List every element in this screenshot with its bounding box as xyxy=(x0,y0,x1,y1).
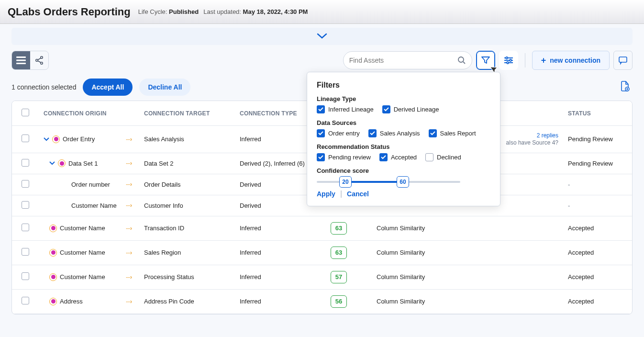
checkbox-icon xyxy=(317,153,325,161)
arrow-icon: ····› xyxy=(126,181,132,188)
slider-thumb-low[interactable]: 20 xyxy=(339,176,352,188)
origin-label: Customer Name xyxy=(71,202,117,209)
column-header-origin[interactable]: CONNECTION ORIGIN xyxy=(39,101,139,126)
status-label: Pending Review xyxy=(568,160,613,167)
comments-button[interactable] xyxy=(613,51,633,70)
rec-status-option[interactable]: Accepted xyxy=(379,153,417,161)
search-input-wrap[interactable] xyxy=(343,51,472,69)
source-option[interactable]: Sales Report xyxy=(429,129,476,137)
svg-point-5 xyxy=(41,62,43,64)
type-label: Inferred xyxy=(240,249,261,256)
target-label: Transaction ID xyxy=(144,225,184,232)
table-row: Customer Name····›Processing StatusInfer… xyxy=(12,265,632,289)
confidence-badge: 63 xyxy=(331,247,347,259)
target-label: Order Details xyxy=(144,181,181,188)
plus-icon: + xyxy=(541,56,546,66)
target-label: Sales Analysis xyxy=(144,135,184,143)
arrow-icon: ····› xyxy=(126,249,132,256)
basis-label: Column Similarity xyxy=(377,298,425,305)
entity-dot-icon xyxy=(49,249,57,257)
svg-rect-2 xyxy=(16,63,26,64)
checkbox-icon xyxy=(317,129,325,137)
svg-point-3 xyxy=(36,59,38,61)
checkbox-icon xyxy=(368,129,377,137)
rec-status-option[interactable]: Pending review xyxy=(317,153,371,161)
confidence-label: Confidence score xyxy=(317,167,490,174)
filters-cancel-button[interactable]: Cancel xyxy=(347,190,369,198)
svg-point-8 xyxy=(510,59,511,61)
row-checkbox[interactable] xyxy=(22,248,29,256)
row-checkbox[interactable] xyxy=(22,135,29,142)
checkbox-icon xyxy=(425,153,433,161)
arrow-icon: ····› xyxy=(126,136,132,143)
checkbox-icon xyxy=(382,105,390,113)
data-sources-group: Order entrySales AnalysisSales Report xyxy=(317,129,490,137)
row-checkbox[interactable] xyxy=(22,201,29,209)
svg-point-7 xyxy=(506,57,508,59)
origin-label: Data Set 1 xyxy=(68,160,98,167)
source-option[interactable]: Order entry xyxy=(317,129,360,137)
row-checkbox[interactable] xyxy=(22,272,29,280)
row-checkbox[interactable] xyxy=(22,224,29,231)
type-label: Inferred xyxy=(240,135,261,143)
rec-status-option[interactable]: Declined xyxy=(425,153,461,161)
entity-dot-icon xyxy=(52,135,60,143)
list-view-button[interactable] xyxy=(12,51,30,69)
origin-label: Address xyxy=(60,298,83,305)
entity-dot-icon xyxy=(49,298,57,305)
type-label: Derived xyxy=(240,181,261,188)
chevron-down-icon[interactable] xyxy=(49,161,55,166)
target-label: Processing Status xyxy=(144,273,194,281)
sliders-icon xyxy=(504,56,513,64)
decline-all-button[interactable]: Decline All xyxy=(139,79,190,96)
lineage-option[interactable]: Derived Lineage xyxy=(382,105,439,113)
accept-all-button[interactable]: Accept All xyxy=(83,79,133,96)
column-header-target[interactable]: CONNECTION TARGET xyxy=(139,101,235,126)
header-bar: QLabs Orders Reporting Life Cycle: Publi… xyxy=(0,0,644,24)
confidence-badge: 57 xyxy=(331,271,347,283)
arrow-icon: ····› xyxy=(126,225,132,232)
search-input[interactable] xyxy=(349,56,454,64)
confidence-badge: 63 xyxy=(331,222,347,235)
entity-dot-icon xyxy=(58,159,66,167)
filter-icon xyxy=(481,56,490,65)
svg-point-4 xyxy=(41,56,43,58)
confidence-slider[interactable]: 20 60 xyxy=(317,181,490,183)
basis-label: Column Similarity xyxy=(377,273,425,281)
origin-label: Customer Name xyxy=(60,273,105,281)
filters-apply-button[interactable]: Apply xyxy=(317,190,335,198)
origin-label: Customer Name xyxy=(60,225,105,232)
status-label: - xyxy=(568,202,570,209)
lineage-type-group: Inferred LineageDerived Lineage xyxy=(317,105,490,113)
row-checkbox[interactable] xyxy=(22,297,29,304)
row-checkbox[interactable] xyxy=(22,159,29,167)
arrow-icon: ····› xyxy=(126,202,132,209)
table-row: Customer Name····›Transaction IDInferred… xyxy=(12,216,632,240)
settings-sliders-button[interactable] xyxy=(499,51,518,70)
basis-label: Column Similarity xyxy=(377,225,425,232)
toolbar: + new connection Filters Lineage Type In… xyxy=(0,45,644,72)
source-option[interactable]: Sales Analysis xyxy=(368,129,420,137)
row-checkbox[interactable] xyxy=(22,180,29,188)
target-label: Customer Info xyxy=(144,202,183,209)
chevron-down-icon xyxy=(317,33,327,40)
column-header-status[interactable]: STATUS xyxy=(563,101,632,126)
filters-title: Filters xyxy=(317,81,490,90)
status-label: Accepted xyxy=(568,298,594,305)
status-label: Accepted xyxy=(568,249,594,256)
type-label: Inferred xyxy=(240,273,261,281)
page-meta: Life Cycle: Published Last updated: May … xyxy=(138,8,308,15)
chevron-down-icon[interactable] xyxy=(44,137,49,142)
new-connection-button[interactable]: + new connection xyxy=(532,51,610,70)
select-all-checkbox[interactable] xyxy=(22,109,29,116)
export-button[interactable] xyxy=(619,80,633,94)
target-label: Data Set 2 xyxy=(144,160,173,167)
lineage-option[interactable]: Inferred Lineage xyxy=(317,105,374,113)
slider-thumb-high[interactable]: 60 xyxy=(397,176,409,188)
table-row: Address····›Address Pin CodeInferred56Co… xyxy=(12,289,632,314)
breadcrumb-bar[interactable] xyxy=(11,28,633,45)
replies-link[interactable]: 2 replies xyxy=(537,132,558,139)
rec-status-group: Pending reviewAcceptedDeclined xyxy=(317,153,490,161)
search-icon xyxy=(457,56,466,65)
graph-view-button[interactable] xyxy=(30,51,48,69)
